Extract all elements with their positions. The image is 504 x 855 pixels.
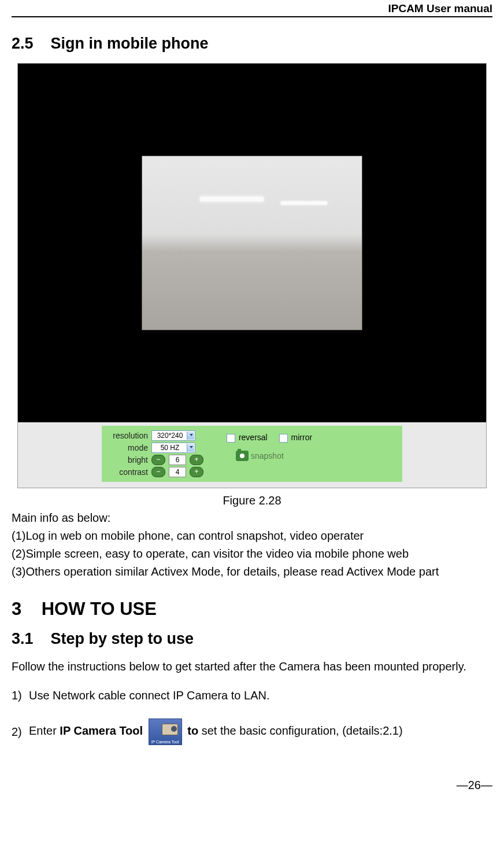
contrast-value: 4	[169, 467, 186, 477]
main-info-item-2: (2)Simple screen, easy to operate, can v…	[12, 546, 492, 562]
main-info-item-1: (1)Log in web on mobile phone, can contr…	[12, 528, 492, 544]
snapshot-button[interactable]: snapshot	[236, 451, 312, 461]
camera-snapshot-image	[142, 156, 362, 330]
step-list: 1) Use Network cable connect IP Camera t…	[12, 689, 492, 745]
step-number: 1)	[12, 689, 29, 702]
chapter-title: HOW TO USE	[42, 599, 157, 619]
chapter-3-heading: 3 HOW TO USE	[12, 599, 492, 620]
bright-minus-button[interactable]: −	[151, 455, 165, 465]
main-info-intro: Main info as below:	[12, 510, 492, 526]
figure-caption: Figure 2.28	[12, 494, 492, 507]
camera-icon	[236, 451, 249, 461]
reversal-checkbox[interactable]: reversal	[227, 433, 268, 443]
chapter-number: 3	[12, 599, 21, 619]
camera-control-panel: resolution 320*240 mode 50 HZ bright −	[102, 426, 402, 482]
chevron-down-icon	[190, 434, 193, 436]
step-number: 2)	[12, 725, 29, 739]
mode-label: mode	[108, 443, 148, 452]
step-text: Use Network cable connect IP Camera to L…	[29, 689, 269, 702]
section-2-5-heading: 2.5 Sign in mobile phone	[12, 35, 492, 53]
section-title: Step by step to use	[51, 630, 194, 647]
contrast-minus-button[interactable]: −	[151, 467, 165, 477]
step-1: 1) Use Network cable connect IP Camera t…	[12, 689, 492, 702]
section-number: 3.1	[12, 630, 34, 647]
contrast-plus-button[interactable]: +	[190, 467, 203, 477]
checkbox-icon	[279, 434, 288, 443]
mode-select[interactable]: 50 HZ	[151, 443, 195, 453]
figure-2-28: resolution 320*240 mode 50 HZ bright −	[17, 63, 487, 488]
step-text: Enter IP Camera Tool IP Camera Tool to s…	[29, 718, 403, 745]
section-title: Sign in mobile phone	[51, 35, 209, 52]
contrast-label: contrast	[108, 467, 148, 477]
section-3-1-heading: 3.1 Step by step to use	[12, 630, 492, 648]
resolution-label: resolution	[108, 431, 148, 440]
ip-camera-tool-icon: IP Camera Tool	[149, 718, 182, 745]
header-title: IPCAM User manual	[388, 2, 492, 14]
bright-value: 6	[169, 455, 186, 465]
running-header: IPCAM User manual	[12, 0, 492, 17]
section-number: 2.5	[12, 35, 34, 52]
step-2: 2) Enter IP Camera Tool IP Camera Tool t…	[12, 718, 492, 745]
main-info-item-3: (3)Others operation similar Activex Mode…	[12, 563, 492, 580]
section-3-1-intro: Follow the instructions below to get sta…	[12, 658, 492, 675]
bright-label: bright	[108, 455, 148, 465]
resolution-select[interactable]: 320*240	[151, 430, 195, 441]
bright-plus-button[interactable]: +	[190, 455, 203, 465]
mirror-checkbox[interactable]: mirror	[279, 433, 312, 443]
page-number: —26—	[12, 761, 492, 800]
video-viewport	[18, 64, 486, 422]
checkbox-icon	[227, 434, 235, 443]
chevron-down-icon	[190, 446, 193, 448]
